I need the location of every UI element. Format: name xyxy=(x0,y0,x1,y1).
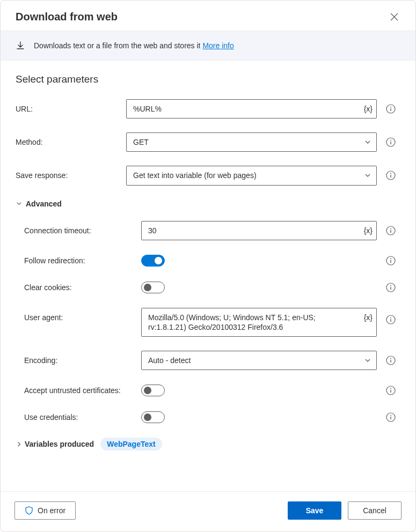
advanced-toggle[interactable]: Advanced xyxy=(16,200,400,208)
dialog-header: Download from web xyxy=(1,1,415,31)
svg-point-5 xyxy=(390,173,391,174)
shield-icon xyxy=(25,506,33,515)
follow-redirection-row: Follow redirection: xyxy=(16,254,400,267)
encoding-select-wrap: Auto - detect xyxy=(141,351,377,370)
accept-untrusted-label: Accept untrusted certificates: xyxy=(24,386,137,395)
info-icon xyxy=(386,412,396,422)
advanced-label: Advanced xyxy=(26,200,62,208)
method-label: Method: xyxy=(16,138,122,146)
dialog: Download from web Downloads text or a fi… xyxy=(0,0,416,532)
close-icon xyxy=(390,13,398,21)
clear-cookies-row: Clear cookies: xyxy=(16,281,400,294)
method-select[interactable]: GET xyxy=(126,132,377,152)
svg-point-7 xyxy=(390,228,391,229)
use-credentials-label: Use credentials: xyxy=(24,413,137,422)
on-error-button[interactable]: On error xyxy=(14,501,76,520)
footer-right-group: Save Cancel xyxy=(288,501,402,520)
svg-point-3 xyxy=(390,140,391,141)
variables-produced-label: Variables produced xyxy=(25,440,94,448)
save-response-select[interactable]: Get text into variable (for web pages) xyxy=(126,166,377,185)
method-select-wrap: GET xyxy=(126,132,377,152)
more-info-link[interactable]: More info xyxy=(202,41,233,50)
info-icon xyxy=(386,315,396,324)
accept-untrusted-info-button[interactable] xyxy=(384,384,397,397)
url-label: URL: xyxy=(16,105,122,113)
info-icon xyxy=(386,256,396,265)
clear-cookies-label: Clear cookies: xyxy=(24,283,137,292)
info-icon xyxy=(386,356,396,365)
info-icon xyxy=(386,386,396,395)
save-button[interactable]: Save xyxy=(288,501,341,520)
dialog-body: Select parameters URL: {x} Method: GET xyxy=(1,61,415,491)
connection-timeout-row: Connection timeout: {x} xyxy=(16,221,400,240)
method-row: Method: GET xyxy=(16,132,400,152)
connection-timeout-input-wrap: {x} xyxy=(141,221,377,240)
follow-redirection-label: Follow redirection: xyxy=(24,256,137,265)
info-icon xyxy=(386,283,396,292)
section-title: Select parameters xyxy=(16,73,400,85)
dialog-footer: On error Save Cancel xyxy=(1,491,415,531)
save-response-label: Save response: xyxy=(16,171,122,180)
connection-timeout-info-button[interactable] xyxy=(384,224,397,237)
cancel-button[interactable]: Cancel xyxy=(348,501,402,520)
download-icon xyxy=(16,41,25,50)
use-credentials-row: Use credentials: xyxy=(16,411,400,424)
toggle-knob xyxy=(155,257,162,264)
user-agent-info-button[interactable] xyxy=(384,313,397,326)
follow-redirection-toggle[interactable] xyxy=(141,255,165,267)
svg-point-13 xyxy=(390,317,391,318)
use-credentials-info-button[interactable] xyxy=(384,411,397,424)
clear-cookies-toggle[interactable] xyxy=(141,282,165,293)
banner-text: Downloads text or a file from the web an… xyxy=(34,41,234,50)
follow-redirection-info-button[interactable] xyxy=(384,254,397,267)
url-info-button[interactable] xyxy=(384,102,397,115)
info-banner: Downloads text or a file from the web an… xyxy=(1,31,415,61)
accept-untrusted-toggle[interactable] xyxy=(141,385,165,396)
accept-untrusted-row: Accept untrusted certificates: xyxy=(16,384,400,397)
user-agent-input-wrap: Mozilla/5.0 (Windows; U; Windows NT 5.1;… xyxy=(141,308,377,337)
toggle-knob xyxy=(144,387,151,394)
svg-point-11 xyxy=(390,285,391,286)
close-button[interactable] xyxy=(388,10,400,23)
url-input-wrap: {x} xyxy=(126,99,377,119)
save-response-info-button[interactable] xyxy=(384,169,397,182)
info-icon xyxy=(386,104,396,114)
svg-point-15 xyxy=(390,358,391,359)
connection-timeout-input[interactable] xyxy=(141,221,377,240)
user-agent-row: User agent: Mozilla/5.0 (Windows; U; Win… xyxy=(16,308,400,337)
encoding-select[interactable]: Auto - detect xyxy=(141,351,377,370)
variables-produced-toggle[interactable]: Variables produced WebPageText xyxy=(16,438,400,450)
on-error-label: On error xyxy=(38,506,65,515)
chevron-right-icon xyxy=(16,441,23,448)
use-credentials-toggle[interactable] xyxy=(141,411,165,423)
banner-description: Downloads text or a file from the web an… xyxy=(34,41,202,50)
save-response-row: Save response: Get text into variable (f… xyxy=(16,166,400,185)
svg-point-17 xyxy=(390,388,391,389)
clear-cookies-info-button[interactable] xyxy=(384,281,397,294)
url-input[interactable] xyxy=(126,99,377,119)
svg-point-9 xyxy=(390,258,391,259)
svg-point-1 xyxy=(390,107,391,108)
dialog-title: Download from web xyxy=(16,11,118,23)
toggle-knob xyxy=(144,284,151,291)
info-icon xyxy=(386,137,396,147)
url-row: URL: {x} xyxy=(16,99,400,119)
svg-point-19 xyxy=(390,415,391,416)
method-info-button[interactable] xyxy=(384,136,397,149)
encoding-row: Encoding: Auto - detect xyxy=(16,351,400,370)
variable-pill[interactable]: WebPageText xyxy=(100,438,162,450)
user-agent-input[interactable]: Mozilla/5.0 (Windows; U; Windows NT 5.1;… xyxy=(141,308,377,337)
info-icon xyxy=(386,171,396,180)
user-agent-label: User agent: xyxy=(24,308,137,322)
connection-timeout-label: Connection timeout: xyxy=(24,226,137,235)
encoding-label: Encoding: xyxy=(24,356,137,365)
chevron-down-icon xyxy=(16,200,23,207)
toggle-knob xyxy=(144,413,151,421)
info-icon xyxy=(386,226,396,235)
save-response-select-wrap: Get text into variable (for web pages) xyxy=(126,166,377,185)
encoding-info-button[interactable] xyxy=(384,354,397,367)
